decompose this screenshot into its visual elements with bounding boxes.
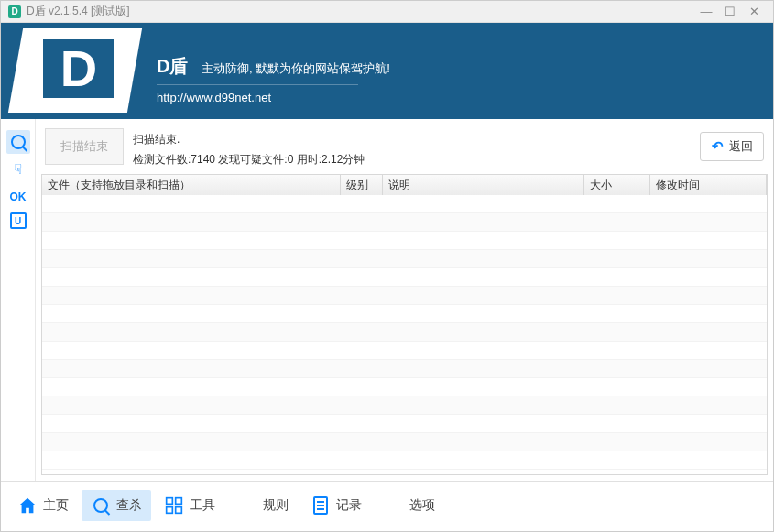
close-button[interactable]: ✕ — [742, 5, 766, 18]
table-row — [42, 232, 767, 250]
col-level[interactable]: 级别 — [341, 175, 383, 195]
tab-rules[interactable]: 规则 — [228, 490, 298, 521]
app-icon: D — [8, 5, 21, 18]
back-button[interactable]: ↶ 返回 — [700, 132, 764, 161]
results-table: 文件（支持拖放目录和扫描） 级别 说明 大小 修改时间 — [41, 174, 768, 475]
bottom-toolbar: 主页 查杀 工具 规则 记录 选项 — [1, 481, 773, 528]
hand-icon: ☟ — [14, 161, 22, 178]
tools-icon — [164, 495, 184, 516]
svg-rect-2 — [167, 506, 173, 513]
sidebar-hand[interactable]: ☟ — [6, 157, 30, 181]
app-url[interactable]: http://www.d99net.net — [157, 91, 390, 104]
table-header: 文件（支持拖放目录和扫描） 级别 说明 大小 修改时间 — [42, 175, 767, 195]
table-row — [42, 396, 767, 415]
logo: D — [10, 23, 157, 119]
grid-icon — [237, 495, 257, 516]
table-row — [42, 378, 767, 396]
app-name: D盾 — [157, 54, 188, 79]
status-line1: 扫描结束. — [133, 130, 691, 150]
table-row — [42, 213, 767, 232]
table-row — [42, 323, 767, 342]
tab-tools[interactable]: 工具 — [155, 490, 224, 521]
titlebar: D D盾 v2.1.5.4 [测试版] — ☐ ✕ — [1, 1, 773, 23]
svg-rect-3 — [176, 506, 182, 513]
table-row — [42, 342, 767, 360]
sidebar: ☟ OK U — [1, 119, 36, 481]
col-mtime[interactable]: 修改时间 — [650, 175, 767, 195]
status-line2: 检测文件数:7140 发现可疑文件:0 用时:2.12分钟 — [133, 150, 691, 170]
maximize-button[interactable]: ☐ — [718, 5, 742, 18]
window-title: D盾 v2.1.5.4 [测试版] — [27, 4, 130, 19]
table-row — [42, 250, 767, 268]
table-body — [42, 195, 767, 474]
col-file[interactable]: 文件（支持拖放目录和扫描） — [42, 175, 341, 195]
table-row — [42, 451, 767, 470]
table-row — [42, 305, 767, 323]
table-row — [42, 287, 767, 305]
search-icon — [11, 135, 26, 149]
banner: D D盾 主动防御, 默默为你的网站保驾护航! http://www.d99ne… — [1, 23, 773, 119]
col-desc[interactable]: 说明 — [383, 175, 584, 195]
tab-logs[interactable]: 记录 — [301, 490, 371, 521]
options-icon — [384, 495, 404, 516]
sidebar-scan[interactable] — [6, 130, 30, 154]
table-row — [42, 195, 767, 213]
table-row — [42, 415, 767, 433]
return-icon: ↶ — [712, 138, 724, 155]
home-icon — [17, 495, 38, 516]
sidebar-ok[interactable]: OK — [6, 185, 30, 209]
tab-options[interactable]: 选项 — [375, 490, 444, 521]
table-row — [42, 433, 767, 451]
sidebar-square[interactable]: U — [10, 212, 27, 229]
tab-home[interactable]: 主页 — [8, 490, 78, 521]
search-icon — [91, 495, 111, 516]
table-row — [42, 360, 767, 378]
table-row — [42, 268, 767, 287]
app-tagline: 主动防御, 默默为你的网站保驾护航! — [202, 61, 390, 75]
col-size[interactable]: 大小 — [584, 175, 650, 195]
status-row: 扫描结束 扫描结束. 检测文件数:7140 发现可疑文件:0 用时:2.12分钟… — [41, 125, 768, 174]
minimize-button[interactable]: — — [694, 5, 718, 18]
scan-end-button: 扫描结束 — [45, 128, 124, 165]
document-icon — [311, 495, 331, 516]
tab-scan[interactable]: 查杀 — [82, 490, 151, 521]
svg-rect-1 — [176, 497, 182, 504]
svg-rect-0 — [167, 497, 173, 504]
